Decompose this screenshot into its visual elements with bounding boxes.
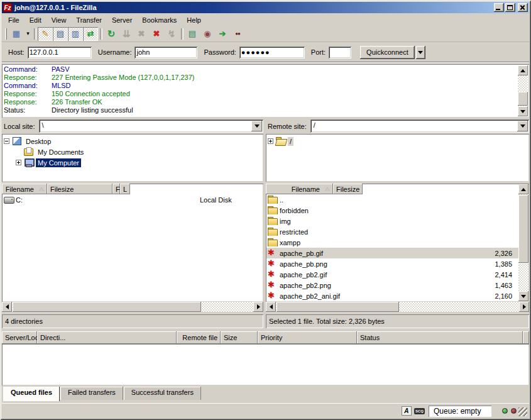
queue-column-header[interactable]: Size <box>221 331 258 344</box>
quickconnect-button[interactable]: Quickconnect <box>360 46 415 59</box>
toggle-local-tree-button[interactable]: ▤ <box>53 27 68 41</box>
remote-site-combo[interactable]: / <box>310 119 529 133</box>
tree-item-label[interactable]: My Computer <box>36 158 81 167</box>
file-row[interactable]: .. <box>266 194 518 205</box>
file-row[interactable]: forbidden <box>266 205 518 216</box>
tree-expander[interactable] <box>268 138 273 144</box>
menu-item[interactable]: View <box>47 15 72 25</box>
file-size: 1,463 <box>456 282 518 289</box>
process-queue-button[interactable]: ⇊ <box>119 27 134 41</box>
find-files-button[interactable]: ●● <box>230 27 245 41</box>
tree-item-label[interactable]: My Documents <box>36 148 85 157</box>
file-row[interactable]: C: Local Disk <box>3 194 263 205</box>
host-input[interactable] <box>28 47 92 58</box>
toggle-remote-tree-button[interactable]: ▥ <box>68 27 83 41</box>
scroll-down-button[interactable] <box>518 106 528 116</box>
tab[interactable]: Queued files <box>3 387 60 401</box>
queue-column-header[interactable]: Directi... <box>37 331 177 344</box>
queue-column-header[interactable]: Priority <box>258 331 357 344</box>
port-input[interactable] <box>329 47 351 58</box>
tree-expander[interactable] <box>4 138 9 144</box>
maximize-button[interactable] <box>505 3 515 12</box>
file-row[interactable]: img <box>266 216 518 226</box>
queue-column-header[interactable]: Server/Local file <box>2 331 37 344</box>
file-row[interactable]: restricted <box>266 226 518 237</box>
scroll-right-button[interactable] <box>253 302 263 312</box>
column-header[interactable]: Filesize <box>47 184 112 194</box>
file-row[interactable]: apache_pb2.gif 2,414 <box>266 269 518 280</box>
column-header[interactable]: Filename <box>2 184 47 194</box>
column-header[interactable]: L <box>120 184 130 194</box>
scroll-left-button[interactable] <box>2 302 12 312</box>
close-button[interactable] <box>518 3 528 12</box>
file-row[interactable]: apache_pb2_ani.gif 2,160 <box>266 290 518 301</box>
file-icon <box>268 196 278 204</box>
tree-item-label[interactable]: / <box>288 137 293 146</box>
recv-led-indicator <box>502 408 508 414</box>
menu-item[interactable]: Help <box>182 15 206 25</box>
log-scrollbar[interactable] <box>518 65 528 116</box>
directory-comparison-button[interactable]: ◉ <box>200 27 215 41</box>
queue-column-header[interactable]: Status <box>357 331 523 344</box>
toolbar-icon: ▥ <box>72 30 79 38</box>
queue-column-header[interactable] <box>523 331 529 344</box>
file-row[interactable]: apache_pb.png 1,385 <box>266 258 518 269</box>
scroll-up-button[interactable] <box>518 65 528 75</box>
scrollbar-thumb[interactable] <box>518 92 528 106</box>
tree-expander[interactable] <box>16 160 21 165</box>
minimize-button[interactable] <box>494 3 504 12</box>
remote-vertical-scrollbar[interactable] <box>518 184 528 301</box>
local-site-combo[interactable]: \ <box>39 119 263 133</box>
password-input[interactable] <box>239 47 305 58</box>
file-row[interactable]: xampp <box>266 237 518 248</box>
quickconnect-dropdown[interactable] <box>416 46 425 59</box>
username-input[interactable] <box>134 47 197 58</box>
tab[interactable]: Failed transfers <box>60 387 123 400</box>
column-header-label: L <box>123 185 127 193</box>
scrollbar-thumb[interactable] <box>13 302 201 312</box>
toolbar-gripper[interactable] <box>5 28 7 40</box>
disconnect-button[interactable]: ✖ <box>149 27 164 41</box>
remote-site-dropdown[interactable] <box>517 121 528 131</box>
scrollbar-thumb[interactable] <box>276 302 399 312</box>
scroll-left-button[interactable] <box>266 302 276 312</box>
toolbar-icon: ✎ <box>42 30 49 38</box>
tree-item[interactable]: / <box>268 136 529 146</box>
toolbar-icon: ●● <box>235 31 240 36</box>
menu-item[interactable]: File <box>3 15 25 25</box>
column-header[interactable]: Filetype <box>112 184 120 194</box>
remote-horizontal-scrollbar[interactable] <box>266 302 529 312</box>
chevron-down-icon <box>255 124 260 128</box>
column-header[interactable]: Filesize <box>333 184 363 194</box>
reconnect-button[interactable]: ↯ <box>164 27 179 41</box>
scrollbar-thumb[interactable] <box>518 195 528 263</box>
resize-grip[interactable] <box>518 407 527 416</box>
tree-item[interactable]: My Documents <box>4 146 263 157</box>
cancel-operation-button[interactable]: ✖ <box>134 27 149 41</box>
tree-item-label[interactable]: Desktop <box>24 137 53 146</box>
file-row[interactable]: apache_pb.gif 2,326 <box>266 248 518 258</box>
chevron-down-icon <box>520 124 525 128</box>
scroll-up-button[interactable] <box>518 184 528 194</box>
filter-button[interactable]: ▤ <box>185 27 200 41</box>
local-site-dropdown[interactable] <box>251 121 262 131</box>
toggle-queue-button[interactable]: ⇄ <box>83 27 98 41</box>
tree-item[interactable]: Desktop <box>4 136 263 146</box>
file-row[interactable]: apache_pb2.png 1,463 <box>266 280 518 290</box>
scroll-down-button[interactable] <box>518 291 528 301</box>
refresh-button[interactable]: ↻ <box>104 27 119 41</box>
local-horizontal-scrollbar[interactable] <box>2 302 263 312</box>
queue-column-header[interactable]: Remote file <box>177 331 221 344</box>
site-manager-button[interactable]: ▦ <box>9 27 24 41</box>
menu-item[interactable]: Edit <box>25 15 47 25</box>
menu-item[interactable]: Server <box>107 15 137 25</box>
menu-item[interactable]: Bookmarks <box>137 15 182 25</box>
tree-item[interactable]: My Computer <box>4 157 263 168</box>
tab[interactable]: Successful transfers <box>124 387 201 400</box>
toggle-message-log-button[interactable]: ✎ <box>38 27 53 41</box>
menu-item[interactable]: Transfer <box>71 15 107 25</box>
synchronized-browsing-button[interactable]: ➔ <box>215 27 230 41</box>
scroll-right-button[interactable] <box>519 302 529 312</box>
column-header[interactable]: Filename <box>266 184 333 194</box>
site-manager-dropdown[interactable]: ▾ <box>24 27 32 41</box>
